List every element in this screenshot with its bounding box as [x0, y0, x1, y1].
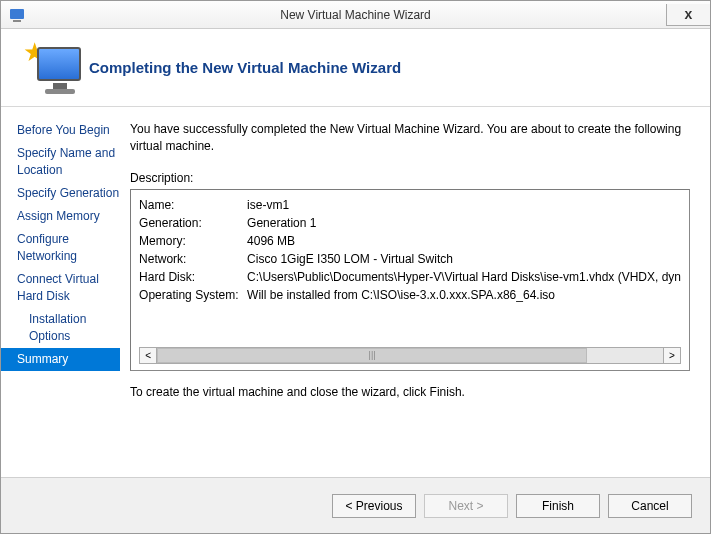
- sidebar-step-label: Specify Name and Location: [17, 146, 115, 177]
- summary-field-value: Cisco 1GigE I350 LOM - Virtual Switch: [247, 250, 453, 268]
- summary-field-label: Network:: [139, 250, 247, 268]
- summary-field-label: Memory:: [139, 232, 247, 250]
- chevron-right-icon: >: [669, 350, 675, 361]
- sidebar-step[interactable]: Assign Memory: [1, 205, 120, 228]
- summary-row: Hard Disk:C:\Users\Public\Documents\Hype…: [139, 268, 681, 286]
- scroll-track[interactable]: |||: [157, 348, 663, 363]
- cancel-button[interactable]: Cancel: [608, 494, 692, 518]
- summary-field-label: Operating System:: [139, 286, 247, 304]
- grip-icon: |||: [369, 350, 376, 360]
- page-title: Completing the New Virtual Machine Wizar…: [89, 59, 401, 76]
- titlebar: New Virtual Machine Wizard x: [1, 1, 710, 29]
- wizard-window: New Virtual Machine Wizard x ★ Completin…: [0, 0, 711, 534]
- sidebar-step-label: Configure Networking: [17, 232, 77, 263]
- next-button[interactable]: Next >: [424, 494, 508, 518]
- sidebar-step-label: Assign Memory: [17, 209, 100, 223]
- description-label: Description:: [130, 171, 690, 185]
- sidebar-step[interactable]: Configure Networking: [1, 228, 120, 268]
- summary-row: Name:ise-vm1: [139, 196, 681, 214]
- chevron-left-icon: <: [145, 350, 151, 361]
- summary-row: Memory:4096 MB: [139, 232, 681, 250]
- summary-field-value: C:\Users\Public\Documents\Hyper-V\Virtua…: [247, 268, 681, 286]
- sidebar-step-label: Summary: [17, 352, 68, 366]
- summary-fields: Name:ise-vm1Generation:Generation 1Memor…: [139, 196, 681, 343]
- finish-button[interactable]: Finish: [516, 494, 600, 518]
- wizard-body: Before You BeginSpecify Name and Locatio…: [1, 107, 710, 477]
- summary-field-value: 4096 MB: [247, 232, 295, 250]
- scroll-left-button[interactable]: <: [140, 348, 157, 363]
- summary-field-label: Name:: [139, 196, 247, 214]
- sidebar-step-label: Connect Virtual Hard Disk: [17, 272, 99, 303]
- previous-button[interactable]: < Previous: [332, 494, 416, 518]
- wizard-header-icon: ★: [15, 37, 85, 99]
- summary-field-label: Hard Disk:: [139, 268, 247, 286]
- sidebar-step[interactable]: Connect Virtual Hard Disk: [1, 268, 120, 308]
- scroll-right-button[interactable]: >: [663, 348, 680, 363]
- summary-field-value: Generation 1: [247, 214, 316, 232]
- sidebar-step[interactable]: Installation Options: [1, 308, 120, 348]
- scroll-thumb[interactable]: |||: [157, 348, 587, 363]
- summary-field-value: Will be installed from C:\ISO\ise-3.x.0.…: [247, 286, 555, 304]
- summary-row: Generation:Generation 1: [139, 214, 681, 232]
- wizard-steps-sidebar: Before You BeginSpecify Name and Locatio…: [1, 107, 120, 477]
- sidebar-step-label: Installation Options: [29, 312, 86, 343]
- summary-row: Network:Cisco 1GigE I350 LOM - Virtual S…: [139, 250, 681, 268]
- wizard-header: ★ Completing the New Virtual Machine Wiz…: [1, 29, 710, 107]
- sidebar-step[interactable]: Summary: [1, 348, 120, 371]
- instruction-text: To create the virtual machine and close …: [130, 385, 690, 399]
- wizard-footer: < Previous Next > Finish Cancel: [1, 477, 710, 533]
- summary-row: Operating System:Will be installed from …: [139, 286, 681, 304]
- sidebar-step-label: Specify Generation: [17, 186, 119, 200]
- content-area: You have successfully completed the New …: [120, 107, 710, 477]
- summary-field-label: Generation:: [139, 214, 247, 232]
- summary-field-value: ise-vm1: [247, 196, 289, 214]
- sidebar-step[interactable]: Specify Generation: [1, 182, 120, 205]
- summary-panel: Name:ise-vm1Generation:Generation 1Memor…: [130, 189, 690, 371]
- intro-text: You have successfully completed the New …: [130, 121, 690, 155]
- sidebar-step[interactable]: Specify Name and Location: [1, 142, 120, 182]
- sidebar-step-label: Before You Begin: [17, 123, 110, 137]
- horizontal-scrollbar[interactable]: < ||| >: [139, 347, 681, 364]
- sidebar-step[interactable]: Before You Begin: [1, 119, 120, 142]
- window-title: New Virtual Machine Wizard: [1, 8, 710, 22]
